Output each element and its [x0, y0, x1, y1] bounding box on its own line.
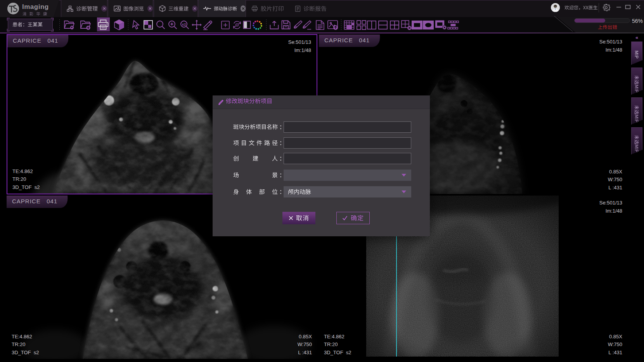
svg-text:x2: x2 — [182, 22, 186, 26]
